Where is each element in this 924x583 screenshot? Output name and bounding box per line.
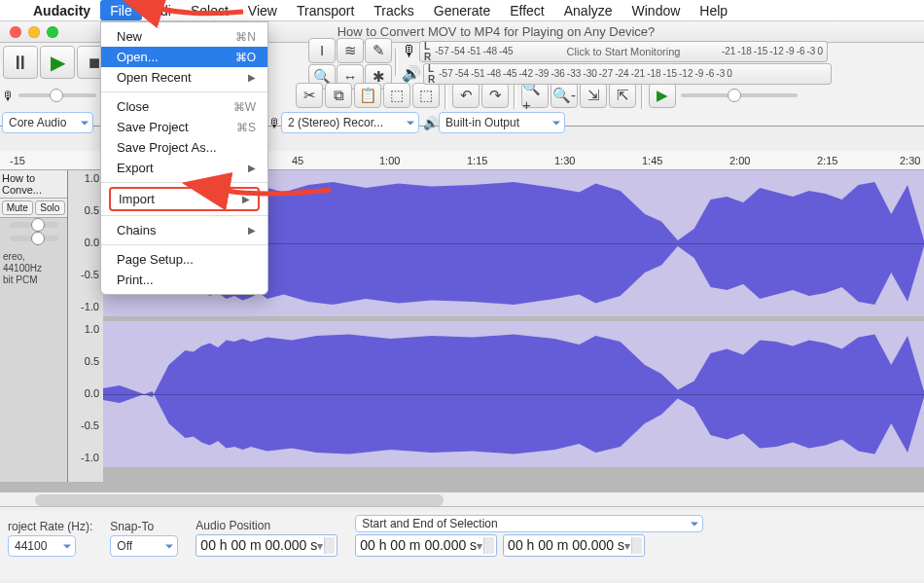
menubar-window[interactable]: Window [622, 0, 691, 20]
play-speed-slider[interactable] [681, 93, 798, 97]
window-minimize-icon[interactable] [28, 26, 40, 38]
zoom-in-button[interactable]: 🔍+ [521, 83, 549, 108]
menubar-tracks[interactable]: Tracks [364, 0, 423, 20]
track-control-panel[interactable]: How to Conve... Mute Solo ereo, 44100Hz … [0, 170, 68, 482]
selection-mode-select[interactable]: Start and End of Selection [355, 515, 703, 532]
pan-slider[interactable] [10, 236, 58, 241]
recording-volume-slider[interactable] [18, 93, 96, 97]
trim-button[interactable]: ⬚ [383, 83, 410, 108]
speaker-device-icon: 🔊 [423, 116, 439, 130]
menubar-generate[interactable]: Generate [424, 0, 500, 20]
menubar-effect[interactable]: Effect [500, 0, 554, 20]
callout-arrow-import-icon [214, 180, 340, 209]
snap-to-label: Snap-To [110, 520, 178, 533]
menubar-analyze[interactable]: Analyze [554, 0, 622, 20]
waveform-right-channel[interactable] [103, 321, 924, 467]
fit-project-button[interactable]: ⇱ [609, 83, 636, 108]
mic-gain-icon: 🎙 [2, 89, 15, 103]
selection-end-field[interactable]: 00 h 00 m 00.000 s▾ [503, 534, 645, 557]
play-button[interactable]: ▶ [40, 46, 75, 79]
menu-page-setup[interactable]: Page Setup... [101, 249, 267, 270]
menu-export[interactable]: Export [101, 158, 267, 178]
menu-save-project[interactable]: Save Project⌘S [101, 117, 267, 137]
menu-new[interactable]: New⌘N [101, 26, 267, 47]
mic-device-icon: 🎙 [268, 116, 281, 130]
menu-chains[interactable]: Chains [101, 220, 267, 240]
menu-save-project-as[interactable]: Save Project As... [101, 137, 267, 158]
draw-tool-icon[interactable]: ✎ [365, 38, 392, 63]
menu-print[interactable]: Print... [101, 270, 267, 290]
audio-host-select[interactable]: Core Audio [2, 112, 93, 133]
horizontal-scrollbar[interactable] [0, 492, 924, 507]
playback-meter[interactable]: LR -57-54-51-48-45-42-39-36-33-30-27-24-… [423, 63, 832, 85]
playback-device-select[interactable]: Built-in Output [439, 112, 565, 133]
file-menu-dropdown[interactable]: New⌘N Open...⌘O Open Recent Close⌘W Save… [100, 21, 268, 295]
speaker-icon: 🔊 [402, 64, 421, 83]
undo-button[interactable]: ↶ [452, 83, 480, 108]
menu-close[interactable]: Close⌘W [101, 96, 267, 117]
selection-toolbar: roject Rate (Hz): 44100 Snap-To Off Audi… [0, 511, 924, 579]
mic-icon: 🎙 [402, 43, 417, 60]
window-close-icon[interactable] [10, 26, 21, 38]
menubar-file[interactable]: File [100, 0, 142, 20]
paste-button[interactable]: 📋 [354, 83, 381, 108]
tool-palette: I ≋ ✎ 🔍 ↔ ✱ [307, 37, 391, 89]
menu-open[interactable]: Open...⌘O [101, 47, 267, 67]
audio-position-field[interactable]: 00 h 00 m 00.000 s▾ [195, 534, 338, 557]
track-name-label[interactable]: How to Conve... [2, 172, 65, 196]
pause-button[interactable]: ⏸ [3, 46, 38, 79]
selection-start-field[interactable]: 00 h 00 m 00.000 s▾ [355, 534, 497, 557]
project-rate-select[interactable]: 44100 [8, 535, 76, 557]
mute-button[interactable]: Mute [2, 200, 33, 215]
envelope-tool-icon[interactable]: ≋ [337, 38, 364, 63]
app-name[interactable]: Audacity [23, 0, 100, 20]
menubar-help[interactable]: Help [690, 0, 737, 20]
project-rate-label: roject Rate (Hz): [8, 520, 92, 533]
redo-button[interactable]: ↷ [481, 83, 509, 108]
apple-menu-icon[interactable] [8, 8, 23, 13]
track-format-info: ereo, 44100Hz bit PCM [0, 249, 67, 288]
recording-meter[interactable]: LR -57-54-51-48-45 Click to Start Monito… [419, 41, 828, 62]
callout-arrow-file-icon [146, 0, 253, 21]
solo-button[interactable]: Solo [35, 200, 66, 215]
copy-button[interactable]: ⧉ [325, 83, 352, 108]
amplitude-scale: 1.0 0.5 0.0 -0.5 -1.0 1.0 0.5 0.0 -0.5 -… [68, 170, 103, 482]
fit-selection-button[interactable]: ⇲ [580, 83, 607, 108]
menubar-transport[interactable]: Transport [287, 0, 364, 20]
play-at-speed-button[interactable]: ▶ [649, 83, 676, 108]
gain-slider[interactable] [10, 222, 58, 228]
silence-button[interactable]: ⬚ [412, 83, 440, 108]
cut-button[interactable]: ✂ [296, 83, 323, 108]
recording-device-select[interactable]: 2 (Stereo) Recor... [281, 112, 419, 133]
menu-open-recent[interactable]: Open Recent [101, 67, 267, 88]
zoom-out-button[interactable]: 🔍- [551, 83, 578, 108]
window-zoom-icon[interactable] [47, 26, 58, 38]
audio-position-label: Audio Position [195, 519, 338, 532]
snap-to-select[interactable]: Off [110, 535, 178, 557]
selection-tool-icon[interactable]: I [308, 38, 336, 63]
mac-menubar[interactable]: Audacity File Edi Select View Transport … [0, 0, 924, 21]
